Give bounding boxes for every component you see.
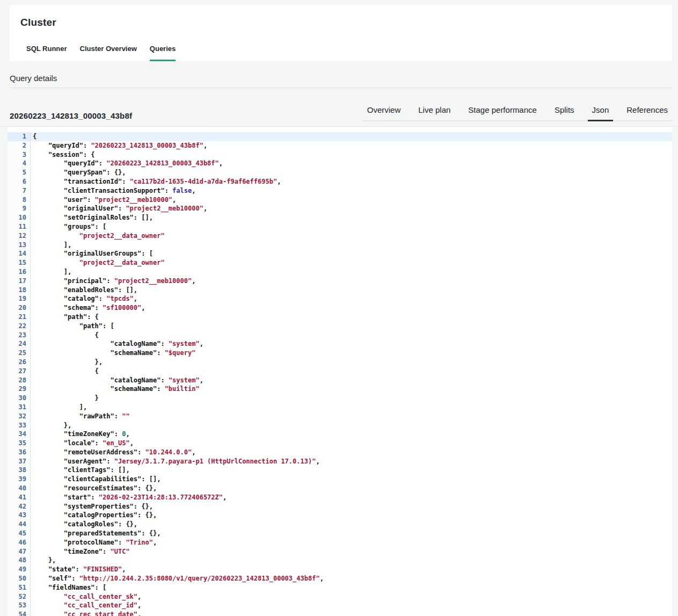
line-content: ], (31, 267, 71, 277)
code-line: 38 "clientTags": [], (8, 466, 672, 475)
tab-json[interactable]: Json (588, 105, 614, 121)
line-content: "preparedStatements": {}, (31, 529, 161, 538)
code-line: 21 "path": { (8, 313, 672, 322)
line-number: 4 (8, 159, 31, 168)
code-line: 12 "project2__data_owner" (8, 231, 672, 241)
code-line: 48 }, (8, 556, 672, 565)
code-line: 47 "timeZone": "UTC" (8, 547, 672, 556)
line-number: 51 (8, 583, 31, 592)
line-content: "self": "http://10.244.2.35:8080/v1/quer… (31, 574, 324, 583)
code-line: 33 }, (8, 421, 672, 430)
line-content: "queryId": "20260223_142813_00003_43b8f"… (31, 159, 223, 168)
tab-splits[interactable]: Splits (550, 105, 579, 121)
line-content: "systemProperties": {}, (31, 502, 153, 511)
line-content: "principal": "project2__meb10000", (31, 277, 195, 286)
line-content: "resourceEstimates": {}, (31, 484, 157, 493)
line-content: "originalUser": "project2__meb10000", (31, 204, 207, 213)
code-line: 11 "groups": [ (8, 222, 672, 231)
code-line: 35 "locale": "en_US", (8, 439, 672, 448)
line-number: 20 (8, 303, 31, 313)
query-id-title: 20260223_142813_00003_43b8f (10, 111, 132, 120)
line-content: "protocolName": "Trino", (31, 538, 157, 547)
query-tabs: Overview Live plan Stage performance Spl… (363, 105, 672, 121)
code-line: 45 "preparedStatements": {}, (8, 529, 672, 538)
tab-stage-performance[interactable]: Stage performance (464, 105, 541, 121)
line-content: "cc_call_center_id", (31, 601, 141, 610)
code-line: 52 "cc_call_center_sk", (8, 592, 672, 601)
line-number: 44 (8, 520, 31, 529)
line-number: 2 (8, 141, 31, 150)
line-content: }, (31, 421, 71, 430)
tab-overview[interactable]: Overview (363, 105, 405, 121)
line-number: 15 (8, 258, 31, 267)
tab-sql-runner[interactable]: SQL Runner (26, 45, 67, 61)
line-content: "project2__data_owner" (31, 258, 165, 267)
code-line: 22 "path": [ (8, 322, 672, 331)
line-content: "project2__data_owner" (31, 231, 165, 241)
line-content: { (31, 331, 99, 340)
line-number: 22 (8, 322, 31, 331)
line-content: ], (31, 241, 71, 250)
line-content: "groups": [ (31, 222, 106, 231)
code-line: 25 "schemaName": "$query" (8, 349, 672, 358)
code-line: 6 "transactionId": "ca117b2d-1635-4d1d-a… (8, 177, 672, 186)
line-content: "schemaName": "builtin" (31, 385, 200, 394)
code-line: 53 "cc_call_center_id", (8, 601, 672, 610)
code-line: 13 ], (8, 241, 672, 250)
code-line: 43 "catalogProperties": {}, (8, 511, 672, 520)
code-line: 4 "queryId": "20260223_142813_00003_43b8… (8, 159, 672, 168)
code-line: 3 "session": { (8, 150, 672, 160)
line-number: 6 (8, 177, 31, 186)
line-content: "user": "project2__meb10000", (31, 195, 176, 205)
code-line: 14 "originalUserGroups": [ (8, 249, 672, 258)
line-number: 38 (8, 466, 31, 475)
line-content: "transactionId": "ca117b2d-1635-4d1d-a7d… (31, 177, 281, 186)
line-number: 47 (8, 547, 31, 556)
line-content: "session": { (31, 150, 95, 160)
line-content: "catalogName": "system", (31, 339, 203, 349)
code-line: 40 "resourceEstimates": {}, (8, 484, 672, 493)
line-content: { (31, 132, 37, 141)
line-number: 24 (8, 339, 31, 349)
line-number: 19 (8, 294, 31, 303)
tab-queries[interactable]: Queries (150, 45, 176, 61)
code-line: 19 "catalog": "tpcds", (8, 294, 672, 303)
line-content: "queryId": "20260223_142813_00003_43b8f"… (31, 141, 207, 150)
line-content: "rawPath": "" (31, 412, 130, 421)
app-title: Cluster (20, 17, 56, 28)
code-line: 34 "timeZoneKey": 0, (8, 430, 672, 439)
line-number: 32 (8, 412, 31, 421)
code-line: 49 "state": "FINISHED", (8, 565, 672, 574)
code-line: 7 "clientTransactionSupport": false, (8, 186, 672, 195)
line-number: 21 (8, 313, 31, 322)
line-number: 40 (8, 484, 31, 493)
line-content: ], (31, 403, 87, 412)
line-content: "start": "2026-02-23T14:28:13.772406572Z… (31, 493, 227, 502)
line-number: 10 (8, 213, 31, 222)
line-number: 3 (8, 150, 31, 160)
line-content: "clientCapabilities": [], (31, 475, 161, 484)
code-line: 17 "principal": "project2__meb10000", (8, 277, 672, 286)
line-number: 35 (8, 439, 31, 448)
code-line: 23 { (8, 331, 672, 340)
line-content: "clientTags": [], (31, 466, 130, 475)
divider (10, 88, 672, 88)
line-content: }, (31, 556, 56, 565)
line-number: 28 (8, 376, 31, 385)
line-number: 46 (8, 538, 31, 547)
code-line: 46 "protocolName": "Trino", (8, 538, 672, 547)
tab-references[interactable]: References (622, 105, 672, 121)
line-content: "catalog": "tpcds", (31, 294, 137, 303)
line-content: "timeZoneKey": 0, (31, 430, 130, 439)
line-number: 1 (8, 132, 31, 141)
code-line: 20 "schema": "sf100000", (8, 303, 672, 313)
code-editor[interactable]: 1{2 "queryId": "20260223_142813_00003_43… (8, 127, 672, 616)
tab-live-plan[interactable]: Live plan (414, 105, 455, 121)
code-line: 28 "catalogName": "system", (8, 376, 672, 385)
code-line: 10 "setOriginalRoles": [], (8, 213, 672, 222)
line-content: "path": [ (31, 322, 114, 331)
tab-cluster-overview[interactable]: Cluster Overview (80, 45, 137, 61)
line-number: 9 (8, 204, 31, 213)
code-line: 32 "rawPath": "" (8, 412, 672, 421)
code-line: 26 }, (8, 358, 672, 367)
